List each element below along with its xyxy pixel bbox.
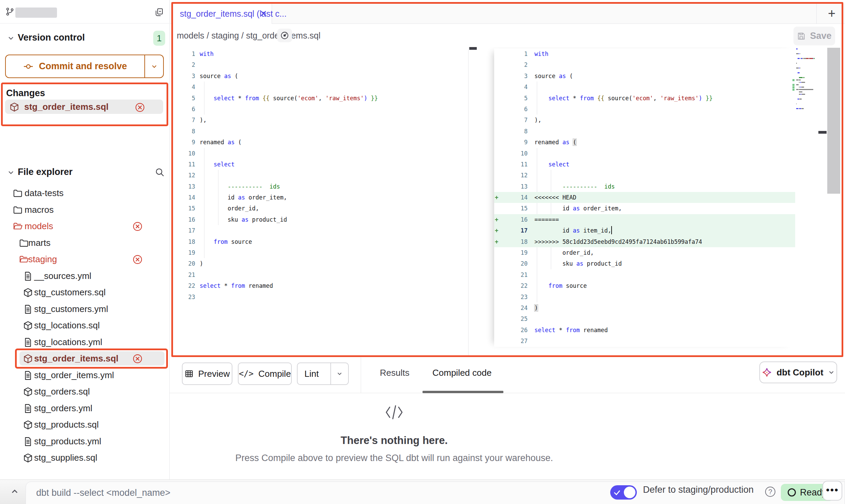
code-line-5: 5 select * from {{ source('ecom', 'raw_i… bbox=[173, 93, 469, 104]
compass-icon bbox=[280, 31, 289, 40]
right-scrollbar-thumb[interactable] bbox=[818, 131, 827, 134]
lint-dropdown-button[interactable] bbox=[330, 363, 348, 384]
close-icon[interactable]: ✕ bbox=[260, 9, 267, 19]
line-number: 6 bbox=[499, 104, 534, 115]
code-line-16: +16======= bbox=[494, 214, 795, 225]
commit-button-label: Commit and resolve bbox=[39, 61, 127, 72]
copilot-label: dbt Copilot bbox=[776, 367, 823, 378]
line-number: 22 bbox=[173, 280, 200, 291]
file-explorer-item-stg-locations-sql[interactable]: stg_locations.sql bbox=[0, 317, 169, 334]
line-number: 3 bbox=[173, 71, 200, 81]
code-line-27: 27 bbox=[494, 336, 795, 346]
file-explorer-item-stg-order-items-sql[interactable]: stg_order_items.sql bbox=[0, 351, 169, 367]
empty-state-title: There's nothing here. bbox=[224, 434, 565, 447]
remove-circle-icon[interactable] bbox=[132, 254, 143, 265]
commit-and-resolve-button[interactable]: Commit and resolve bbox=[5, 55, 164, 78]
file-explorer-item-models[interactable]: models bbox=[0, 218, 169, 235]
code-pane-current[interactable]: 1with23source as (45 select * from {{ so… bbox=[494, 48, 795, 347]
remove-circle-icon[interactable] bbox=[132, 354, 143, 364]
preview-button[interactable]: Preview bbox=[182, 362, 232, 385]
defer-toggle[interactable] bbox=[610, 485, 637, 500]
file-explorer-item-stg-locations-yml[interactable]: stg_locations.yml bbox=[0, 334, 169, 351]
file-explorer-item-stg-customers-yml[interactable]: stg_customers.yml bbox=[0, 301, 169, 318]
commit-dropdown-button[interactable] bbox=[144, 55, 163, 77]
search-icon[interactable] bbox=[155, 167, 165, 177]
version-control-section-header[interactable]: Version control 1 bbox=[0, 30, 169, 46]
code-line-1: 1with bbox=[494, 48, 795, 59]
folder-icon bbox=[13, 205, 23, 215]
lint-button[interactable]: Lint bbox=[297, 362, 349, 385]
file-explorer-item-stg-customers-sql[interactable]: stg_customers.sql bbox=[0, 284, 169, 301]
code-line-4: 4 bbox=[494, 81, 795, 92]
compile-button[interactable]: </> Compile bbox=[238, 362, 292, 385]
tab-stg-order-items[interactable]: stg_order_items.sql (last c... ✕ bbox=[173, 4, 272, 24]
code-brackets-icon bbox=[385, 404, 403, 420]
copy-icon[interactable] bbox=[154, 8, 164, 17]
changed-file-row[interactable]: stg_order_items.sql bbox=[5, 100, 163, 114]
lineage-button[interactable] bbox=[277, 29, 292, 42]
code-line-24: 24) bbox=[494, 302, 795, 313]
status-circle-icon bbox=[788, 488, 796, 496]
changes-list: stg_order_items.sql bbox=[0, 100, 169, 114]
tab-compiled-code[interactable]: Compiled code bbox=[432, 368, 491, 378]
file-icon bbox=[23, 403, 33, 414]
dbt-copilot-icon bbox=[761, 367, 772, 378]
file-explorer-item-stg-products-yml[interactable]: stg_products.yml bbox=[0, 433, 169, 450]
scrollbar-track[interactable] bbox=[827, 48, 840, 194]
more-options-button[interactable]: ••• bbox=[822, 481, 842, 501]
branch-name-redacted bbox=[15, 8, 57, 18]
save-label: Save bbox=[810, 31, 831, 41]
code-line-15: 15 id as order_item, bbox=[494, 203, 795, 214]
file-explorer-item--sources-yml[interactable]: __sources.yml bbox=[0, 268, 169, 285]
file-explorer-item-stg-products-sql[interactable]: stg_products.sql bbox=[0, 417, 169, 433]
file-explorer-item-stg-orders-yml[interactable]: stg_orders.yml bbox=[0, 400, 169, 417]
file-explorer-item-stg-order-items-yml[interactable]: stg_order_items.yml bbox=[0, 367, 169, 384]
code-line-13: 13 ---------- ids bbox=[173, 181, 469, 192]
file-explorer-item-stg-supplies-sql[interactable]: stg_supplies.sql bbox=[0, 450, 169, 466]
version-control-title: Version control bbox=[18, 32, 85, 43]
code-line-19: 19 bbox=[173, 247, 469, 258]
model-cube-icon bbox=[9, 102, 19, 112]
file-explorer-list: data-testsmacrosmodelsmartsstaging__sour… bbox=[0, 185, 169, 466]
sidebar: Version control 1 Commit and resolve Cha… bbox=[0, 0, 170, 479]
line-number: 5 bbox=[499, 93, 534, 104]
code-line-19: 19 order_id, bbox=[494, 247, 795, 258]
line-number: 10 bbox=[173, 148, 200, 159]
help-icon[interactable]: ? bbox=[765, 487, 775, 497]
code-line-10: 10 bbox=[494, 148, 795, 159]
line-number: 4 bbox=[173, 81, 200, 92]
new-tab-button[interactable]: + bbox=[824, 6, 840, 21]
code-line-17: 17 bbox=[173, 225, 469, 236]
model-cube-icon bbox=[23, 287, 33, 298]
file-name: stg_orders.sql bbox=[34, 386, 90, 397]
line-number: 26 bbox=[499, 325, 534, 336]
minimap[interactable] bbox=[796, 48, 827, 123]
tab-results[interactable]: Results bbox=[380, 368, 410, 378]
line-number: 21 bbox=[499, 269, 534, 280]
remove-circle-icon[interactable] bbox=[135, 102, 145, 113]
text-cursor bbox=[611, 226, 612, 234]
line-number: 23 bbox=[499, 292, 534, 302]
code-line-16: 16 sku as product_id bbox=[173, 214, 469, 225]
tab-title: stg_order_items.sql (last c... bbox=[180, 9, 287, 19]
dbt-copilot-button[interactable]: dbt Copilot bbox=[759, 361, 837, 383]
breadcrumb: models / staging / stg_order_items.sql bbox=[177, 31, 320, 41]
file-explorer-section-header[interactable]: File explorer bbox=[0, 164, 169, 180]
file-explorer-item-marts[interactable]: marts bbox=[0, 235, 169, 252]
code-line-9: 9renamed as ( bbox=[494, 137, 795, 148]
git-branch-icon bbox=[5, 7, 14, 16]
left-scrollbar-thumb[interactable] bbox=[469, 47, 477, 50]
code-line-18: 18 from source bbox=[173, 236, 469, 247]
code-line-6: 6 bbox=[173, 104, 469, 115]
file-explorer-item-data-tests[interactable]: data-tests bbox=[0, 185, 169, 202]
chevron-up-icon[interactable] bbox=[9, 486, 20, 498]
save-button[interactable]: Save bbox=[793, 27, 835, 45]
code-pane-previous[interactable]: 1with23source as (45 select * from {{ so… bbox=[173, 48, 469, 302]
table-icon bbox=[185, 369, 194, 378]
file-explorer-item-macros[interactable]: macros bbox=[0, 202, 169, 219]
file-name: stg_order_items.yml bbox=[34, 370, 114, 381]
remove-circle-icon[interactable] bbox=[132, 221, 143, 232]
file-explorer-item-stg-orders-sql[interactable]: stg_orders.sql bbox=[0, 384, 169, 400]
file-explorer-item-staging[interactable]: staging bbox=[0, 251, 169, 268]
line-number: 2 bbox=[173, 59, 200, 70]
